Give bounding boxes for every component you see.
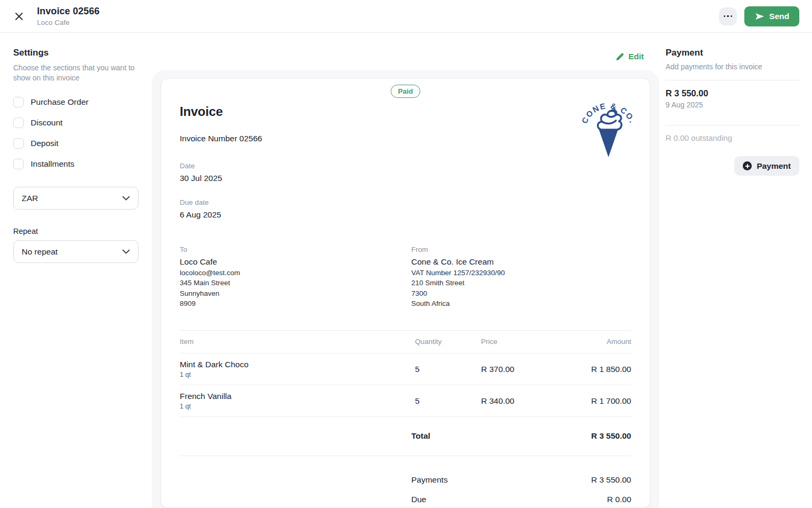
payments-label: Payments [411,475,448,485]
header-actions: Send [719,6,799,26]
col-header-price: Price [481,338,555,346]
settings-sidebar: Settings Choose the sections that you wa… [0,33,152,508]
edit-label: Edit [629,52,644,61]
payment-entry[interactable]: R 3 550.00 9 Aug 2025 [666,80,799,116]
status-badge: Paid [391,85,421,98]
from-line: 210 Smith Street [411,279,631,287]
divider [666,125,799,125]
checkbox-label: Installments [31,159,75,169]
bill-to-block: To Loco Cafe locoloco@test.com 345 Main … [180,246,411,308]
item-amount: R 1 850.00 [555,365,631,374]
payments-value: R 3 550.00 [591,475,631,485]
item-amount: R 1 700.00 [555,396,631,406]
to-name: Loco Cafe [180,257,411,267]
checkbox-label: Deposit [31,139,59,148]
purchase-order-checkbox[interactable] [13,97,24,107]
more-options-button[interactable] [719,7,737,25]
discount-checkbox[interactable] [13,117,24,128]
checkbox-row-deposit[interactable]: Deposit [13,138,139,149]
add-payment-button[interactable]: Payment [734,156,799,176]
line-items-table: Item Quantity Price Amount Mint & Dark C… [180,330,631,504]
invoice-title: Invoice [180,104,631,119]
company-logo: CONE & CO. [581,102,636,165]
edit-invoice-button[interactable]: Edit [616,52,644,61]
app-header: Invoice 02566 Loco Cafe Send [0,0,812,33]
item-quantity: 5 [415,365,481,374]
item-name: French Vanilla [180,392,415,401]
ice-cream-cone-icon: CONE & CO. [581,102,636,165]
col-header-item: Item [180,338,415,346]
ellipsis-icon [724,15,726,17]
item-price: R 340.00 [481,396,555,406]
to-line: 345 Main Street [180,279,411,287]
to-line: Sunnyhaven [180,289,411,298]
to-label: To [180,246,411,253]
chevron-down-icon [122,249,130,254]
main-area: Settings Choose the sections that you wa… [0,33,812,508]
repeat-select[interactable]: No repeat [13,240,139,263]
repeat-label: Repeat [13,227,139,235]
due-date-label: Due date [180,198,631,206]
due-row: Due R 0.00 [180,495,631,504]
payment-entry-amount: R 3 550.00 [666,88,799,98]
payment-entry-date: 9 Aug 2025 [666,101,799,109]
badge-row: Paid [180,85,631,98]
checkbox-row-installments[interactable]: Installments [13,159,139,169]
from-line: South Africa [411,300,631,308]
due-date-block: Due date 6 Aug 2025 [180,198,631,220]
payment-button-row: Payment [666,156,799,176]
due-value: R 0.00 [607,495,631,504]
checkbox-row-purchase-order[interactable]: Purchase Order [13,97,139,107]
checkbox-row-discount[interactable]: Discount [13,117,139,128]
col-header-amount: Amount [555,338,631,346]
add-payment-label: Payment [756,161,791,171]
table-header-row: Item Quantity Price Amount [180,330,631,353]
col-header-quantity: Quantity [415,338,481,346]
currency-select[interactable]: ZAR [13,187,139,210]
item-price: R 370.00 [481,365,555,374]
checkbox-label: Purchase Order [31,97,88,107]
total-label: Total [411,431,430,441]
bill-from-block: From Cone & Co. Ice Cream VAT Number 125… [411,246,631,308]
from-label: From [411,246,631,253]
close-button[interactable] [11,8,27,25]
payment-sidebar: Payment Add payments for this invoice R … [665,33,812,508]
invoice-preview-panel: Paid Invoice Invoice Number 02566 CONE &… [152,70,659,508]
from-name: Cone & Co. Ice Cream [411,257,631,267]
item-quantity: 5 [415,396,481,406]
payments-row: Payments R 3 550.00 [180,475,631,485]
payment-panel-title: Payment [666,48,799,58]
settings-title: Settings [13,48,139,58]
item-detail: 1 qt [180,371,415,378]
chevron-down-icon [122,196,130,201]
close-icon [15,12,23,21]
plus-circle-icon [743,161,752,170]
pencil-icon [616,52,624,61]
total-row: Total R 3 550.00 [180,417,631,456]
currency-select-value: ZAR [22,194,38,203]
to-line: locoloco@test.com [180,269,411,277]
settings-checkbox-list: Purchase Order Discount Deposit Installm… [13,97,139,169]
payment-panel-subtitle: Add payments for this invoice [666,62,799,71]
date-label: Date [180,162,631,170]
item-detail: 1 qt [180,403,415,410]
from-line: 7300 [411,289,631,298]
paper-plane-icon [754,12,764,21]
send-button[interactable]: Send [744,6,799,26]
item-name: Mint & Dark Choco [180,360,415,369]
page-subtitle: Loco Cafe [37,19,99,26]
installments-checkbox[interactable] [13,159,24,169]
checkbox-label: Discount [31,118,62,128]
parties-section: To Loco Cafe locoloco@test.com 345 Main … [180,246,631,308]
due-label: Due [411,495,426,504]
from-line: VAT Number 1257/232930/90 [411,269,631,277]
deposit-checkbox[interactable] [13,138,24,149]
date-value: 30 Jul 2025 [180,174,631,183]
send-button-label: Send [769,12,789,21]
to-line: 8909 [180,300,411,308]
repeat-select-value: No repeat [22,247,58,257]
outstanding-amount: R 0.00 outstanding [666,133,799,142]
page-title: Invoice 02566 [37,6,99,17]
settings-description: Choose the sections that you want to sho… [13,63,142,83]
invoice-card: Paid Invoice Invoice Number 02566 CONE &… [161,78,650,508]
